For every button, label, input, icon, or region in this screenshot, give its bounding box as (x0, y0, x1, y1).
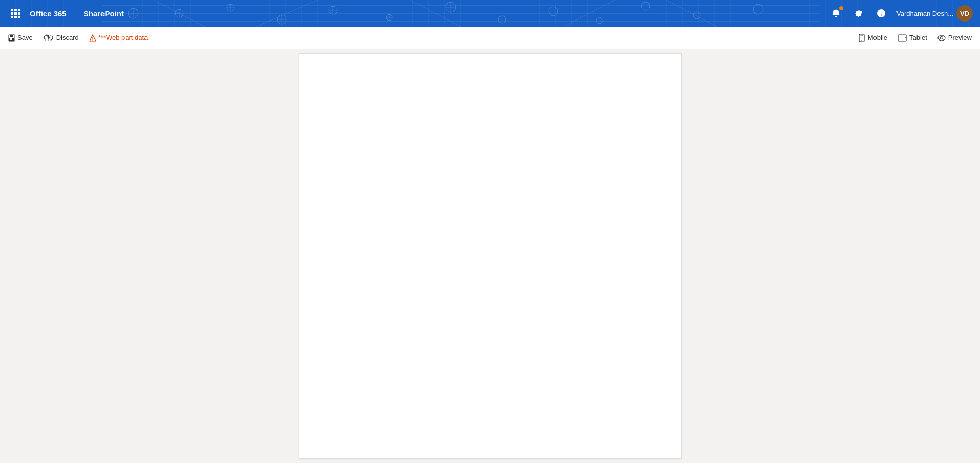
svg-point-45 (905, 37, 906, 38)
editing-toolbar: Save Discard ***Web part data Mob (0, 27, 980, 49)
svg-line-32 (410, 0, 461, 27)
gear-icon (854, 9, 863, 18)
svg-point-26 (596, 17, 602, 24)
page-canvas (299, 53, 682, 459)
tablet-view-button[interactable]: Tablet (893, 32, 931, 44)
help-icon (877, 9, 886, 18)
svg-line-30 (154, 0, 205, 27)
svg-point-29 (753, 4, 763, 14)
webpart-warning-label: ***Web part data (98, 34, 148, 42)
svg-rect-44 (898, 35, 906, 41)
user-display-name: Vardhaman Desh... (896, 10, 953, 17)
svg-line-33 (564, 0, 615, 27)
svg-point-42 (861, 40, 862, 41)
svg-point-12 (277, 15, 286, 24)
svg-line-31 (256, 0, 318, 27)
avatar: VD (956, 5, 973, 22)
warning-icon (89, 34, 96, 42)
bell-icon (831, 9, 841, 18)
discard-button[interactable]: Discard (39, 32, 83, 44)
svg-point-28 (693, 12, 700, 19)
svg-point-24 (498, 16, 506, 23)
save-button[interactable]: Save (4, 32, 37, 44)
preview-label: Preview (948, 34, 972, 42)
svg-point-18 (386, 14, 392, 21)
mobile-icon (858, 34, 865, 42)
view-toggle-group: Mobile Tablet Preview (854, 32, 976, 44)
webpart-warning[interactable]: ***Web part data (85, 32, 152, 44)
svg-point-46 (938, 35, 945, 41)
content-area (0, 49, 980, 463)
top-nav-bar: Office 365 SharePoint Var (0, 0, 980, 27)
discard-label: Discard (56, 34, 79, 42)
save-icon (8, 34, 15, 42)
svg-point-6 (175, 9, 183, 17)
page-canvas-wrapper (0, 49, 980, 463)
sharepoint-title[interactable]: SharePoint (77, 9, 130, 18)
undo-icon (47, 34, 54, 42)
svg-point-40 (92, 39, 93, 40)
user-menu[interactable]: Vardhaman Desh... VD (893, 0, 976, 27)
svg-point-15 (329, 6, 337, 14)
tablet-icon (898, 34, 907, 42)
tablet-label: Tablet (909, 34, 927, 42)
help-button[interactable] (871, 3, 891, 24)
preview-icon (937, 34, 946, 42)
svg-point-21 (446, 2, 456, 12)
preview-button[interactable]: Preview (933, 32, 976, 44)
avatar-initials: VD (960, 10, 969, 17)
waffle-icon (11, 9, 20, 18)
svg-rect-38 (10, 38, 12, 40)
mobile-label: Mobile (868, 34, 887, 42)
settings-button[interactable] (848, 3, 869, 24)
svg-rect-36 (10, 35, 13, 37)
mobile-view-button[interactable]: Mobile (854, 32, 891, 44)
nav-title-divider (75, 7, 75, 19)
notification-badge (839, 6, 843, 10)
office365-title[interactable]: Office 365 (28, 9, 73, 18)
svg-point-47 (940, 36, 943, 39)
waffle-menu-button[interactable] (3, 0, 28, 27)
save-label: Save (17, 34, 33, 42)
notifications-button[interactable] (826, 3, 846, 24)
svg-point-9 (227, 4, 234, 11)
svg-line-34 (666, 0, 717, 27)
svg-point-25 (549, 7, 558, 16)
svg-point-27 (641, 2, 650, 10)
